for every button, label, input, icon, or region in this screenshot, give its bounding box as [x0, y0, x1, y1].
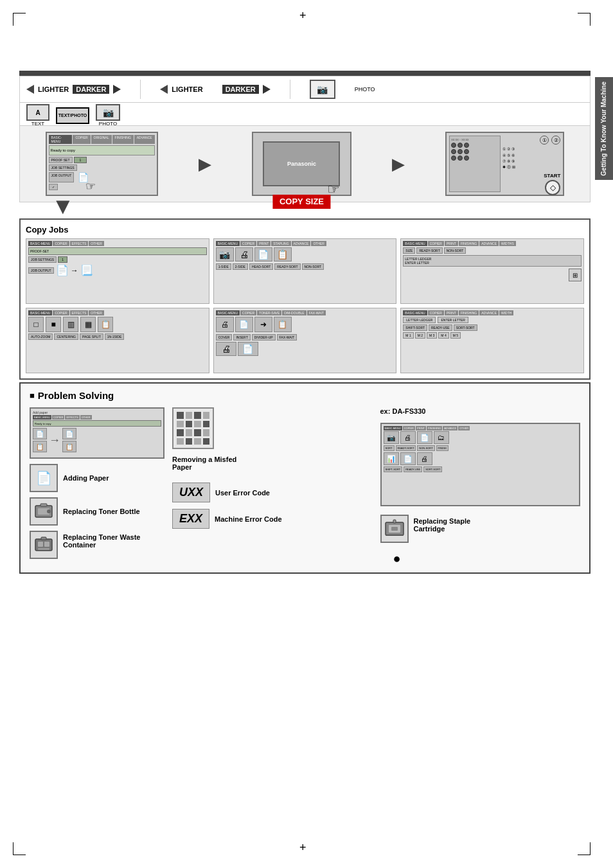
screen2-inner: Panasonic ☞ [263, 141, 340, 186]
cj5-b1: COVER [216, 334, 233, 341]
cj4-i3: ▥ [63, 317, 78, 332]
fs330-btns2: SHIFT-SORT READY-USE SORT-SORT [384, 466, 578, 472]
cj5-i2: 📄 [235, 317, 253, 332]
cj4-i5: 📋 [98, 317, 113, 332]
copy-size-box: COPY SIZE [273, 195, 330, 209]
cj1-t1: BASIC-MENU [28, 241, 52, 246]
problem-title: ■ Problem Solving [30, 390, 580, 401]
cj6-t6: WIDTH [499, 310, 513, 315]
cj6-t3: PRINT [445, 310, 458, 315]
cj5-icons: 🖨 📄 ➜ 📋 [216, 317, 395, 332]
uxx-item: UXX User Error Code [172, 483, 373, 502]
mc3 [194, 412, 201, 419]
num-row3: ✱ ⓪ ⊞ [502, 164, 560, 170]
exx-code: EXX [172, 509, 209, 529]
cj1-output: JOB OUTPUT [28, 267, 54, 274]
screen1-display: Ready to copy [49, 145, 155, 155]
mc6 [186, 421, 193, 428]
fs330-b3: NON-SORT [417, 445, 434, 451]
darker-label2: DARKER [222, 85, 259, 94]
mc7 [194, 421, 201, 428]
text-mode-item: A TEXT [26, 104, 49, 127]
fs330-t5: ADVANCE [443, 426, 458, 430]
cj4-b2: CENTERING [54, 333, 78, 340]
mc14 [186, 438, 193, 445]
dot1 [451, 143, 456, 148]
screen1-row2: JOB SETTINGS [49, 164, 155, 171]
fs330-t4: FINISHING [427, 426, 442, 430]
add-paper-icon: 📄 [30, 464, 58, 492]
lighter-triangle1 [26, 85, 34, 94]
copy-job-2: BASIC-MENU COPIER PRINT STAPLING ADVANCE… [213, 238, 397, 304]
copy-job-1: BASIC-MENU COPIER EFFECTS OTHER PROOF-SE… [26, 238, 209, 304]
cj5-btns: COVER INSERT DIVIDER-UP FAX-WAIT [216, 334, 395, 341]
copy-job-6: BASIC-MENU COPIER PRINT FINISHING ADVANC… [400, 308, 584, 373]
cj5-t2: COPIER [240, 310, 256, 315]
cj6-s5: M 5 [450, 332, 461, 339]
ssm-icons2: 📄 📋 [62, 428, 76, 452]
ssm-display: Ready to copy [33, 420, 161, 427]
cj6-tabs: BASIC-MENU COPIER PRINT FINISHING ADVANC… [403, 310, 582, 315]
text-icon: A [26, 104, 49, 121]
svg-rect-11 [391, 527, 398, 531]
cj1-row2: JOB OUTPUT 📄 → 📃 [28, 264, 207, 276]
svg-rect-12 [393, 520, 396, 523]
screen1-row4: ✓ [49, 184, 155, 190]
ex-label: ex: DA-FS330 [380, 407, 581, 415]
cj1-counter: 1 [58, 256, 67, 263]
cj1-doc: 📄 [56, 264, 69, 276]
svg-rect-3 [40, 504, 47, 506]
dot9 [464, 155, 469, 161]
replace-waste-icon [30, 531, 58, 559]
lighter-label1: LIGHTER [38, 85, 69, 93]
circ-label1: ① ② ③ [502, 146, 514, 151]
cj1-row1: JOB SETTINGS 1 [28, 256, 207, 263]
fs330-b7: SORT-SORT [423, 466, 442, 472]
cj6-t4: FINISHING [459, 310, 479, 315]
dot2 [458, 143, 463, 148]
fs330-i2: 🖨 [400, 431, 416, 444]
ssm-body: 📄 📋 → 📄 📋 [33, 428, 161, 452]
lighter-darker-group1: LIGHTER DARKER [26, 85, 121, 94]
fs330-i1: 📷 [384, 431, 399, 444]
start-button[interactable]: ◇ [545, 180, 560, 195]
circle1: ① [540, 136, 549, 145]
s1-tab1: BASIC-MENU [49, 135, 73, 144]
staple-label: Replacing Staple Cartridge [414, 515, 471, 533]
cj2-icons: 📷 🖨 📄 📋 [216, 247, 395, 261]
darker-group2: DARKER [222, 85, 271, 94]
cj5-t5: FAX-WAIT [307, 310, 326, 315]
cj3-b3: NON-SORT [444, 247, 466, 254]
staple-item: Replacing Staple Cartridge [380, 515, 581, 543]
arrow2: ▶ [392, 154, 405, 174]
s1-tab2: COPIER [73, 135, 90, 144]
lighter-darker-group2: LIGHTER [160, 85, 202, 94]
copy-jobs-grid: BASIC-MENU COPIER EFFECTS OTHER PROOF-SE… [26, 238, 584, 373]
cj2-t1: BASIC-MENU [216, 241, 240, 246]
problem-grid: Add paper BASIC-MENU COPIER EFFECTS OTHE… [30, 407, 580, 566]
cj1-t2: COPIER [53, 241, 69, 246]
ssm-t2: COPIER [52, 415, 64, 420]
cj6-t1: BASIC-MENU [403, 310, 427, 315]
dot5 [458, 149, 463, 154]
ssm-t4: OTHER [80, 415, 92, 420]
problem-title-bullet: ■ [30, 391, 35, 400]
cj2-icon1: 📷 [216, 247, 234, 261]
cj5-fi2: 📄 [238, 342, 258, 356]
mc15 [194, 438, 201, 445]
cj3-btns: SIZE READY-SORT NON-SORT [403, 247, 582, 254]
cj3-t5: ADVANCE [479, 241, 499, 246]
dot4 [451, 149, 456, 154]
fs330-b2: READY-SORT [396, 445, 416, 451]
s1-tab4: FINISHING [112, 135, 134, 144]
cj1-b1: JOB SETTINGS [28, 256, 57, 263]
cj3-icon: ⊞ [403, 269, 582, 281]
cj1-arrow: → [71, 266, 78, 275]
numpad-area: ① ② ① ② ③ ④ ⑤ ⑥ ⑦ ⑧ ⑨ ✱ ⓪ ⊞ START ◇ [502, 136, 560, 195]
fs330-i3: 📄 [417, 431, 432, 444]
s1-counter: 1 [74, 157, 87, 163]
cj3-t3: PRINT [445, 241, 458, 246]
darker-triangle2 [263, 85, 271, 94]
cj3-b1: SIZE [403, 247, 415, 254]
fs330-i6: 📄 [400, 452, 416, 465]
